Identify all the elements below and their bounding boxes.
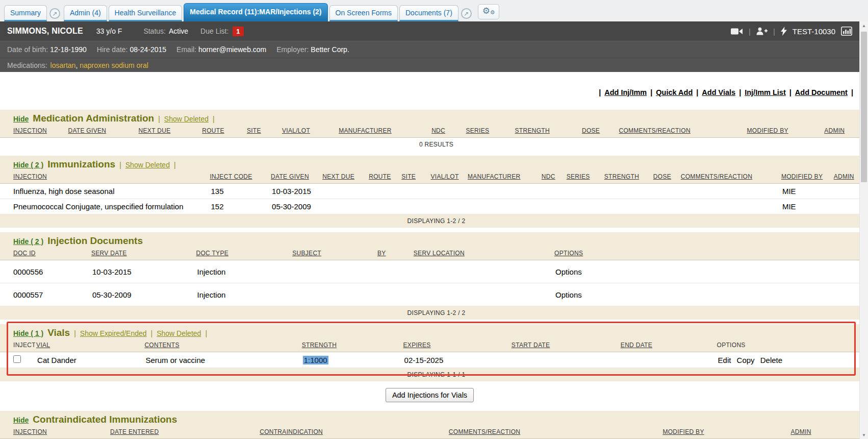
column-header-expires[interactable]: EXPIRES <box>402 340 510 352</box>
due-list-badge[interactable]: 1 <box>233 27 243 36</box>
column-header-contraindication[interactable]: CONTRAINDICATION <box>259 427 448 439</box>
column-header-admin[interactable]: ADMIN <box>833 172 859 184</box>
column-header-injection[interactable]: INJECTION <box>0 427 109 439</box>
column-header-injection[interactable]: INJECTION <box>0 172 209 184</box>
column-header-comments-reaction[interactable]: COMMENTS/REACTION <box>618 126 746 138</box>
column-header-dose[interactable]: DOSE <box>581 126 618 138</box>
column-header-vial-lot[interactable]: VIAL/LOT <box>281 126 338 138</box>
banner-toolbar: | | TEST-10030 <box>731 27 852 36</box>
scrollbar[interactable]: ▲ ▼ <box>859 21 868 439</box>
scrollbar-down-arrow[interactable]: ▼ <box>860 431 868 439</box>
column-header-doc-id[interactable]: DOC ID <box>0 248 90 260</box>
column-header-date-given[interactable]: DATE GIVEN <box>67 126 137 138</box>
column-header-strength[interactable]: STRENGTH <box>514 126 581 138</box>
options-link[interactable]: Options <box>555 290 582 299</box>
column-header-inject-code[interactable]: INJECT CODE <box>209 172 270 184</box>
hide-link[interactable]: Hide ( 1 ) <box>13 329 43 337</box>
inj-imm-list-link[interactable]: Inj/Imm List <box>745 88 786 96</box>
column-header-date-entered[interactable]: DATE ENTERED <box>109 427 259 439</box>
table-cell <box>400 199 429 214</box>
column-header-contents[interactable]: CONTENTS <box>143 340 300 352</box>
popout-icon[interactable]: ↗ <box>461 8 472 19</box>
show-expired-ended-link[interactable]: Show Expired/Ended <box>80 329 147 337</box>
column-header-comments-reaction[interactable]: COMMENTS/REACTION <box>680 172 780 184</box>
column-header-series[interactable]: SERIES <box>465 126 514 138</box>
scrollbar-up-arrow[interactable]: ▲ <box>860 21 868 30</box>
column-header-subject[interactable]: SUBJECT <box>291 248 376 260</box>
table-cell: Edit Copy Delete <box>716 352 859 368</box>
add-injections-for-vials-button[interactable]: Add Injections for Vials <box>386 388 474 402</box>
quick-add-link[interactable]: Quick Add <box>656 88 693 96</box>
show-deleted-link[interactable]: Show Deleted <box>125 161 170 169</box>
tab-documents-7[interactable]: Documents (7) <box>399 5 458 21</box>
table-cell <box>467 199 541 214</box>
tab-admin-4[interactable]: Admin (4) <box>64 5 107 21</box>
patient-banner-row-medications: Medications: losartan, naproxen sodium o… <box>0 58 859 72</box>
column-header-manufacturer[interactable]: MANUFACTURER <box>467 172 541 184</box>
column-header-next-due[interactable]: NEXT DUE <box>321 172 368 184</box>
column-header-end-date[interactable]: END DATE <box>620 340 716 352</box>
column-header-strength[interactable]: STRENGTH <box>603 172 652 184</box>
column-header-start-date[interactable]: START DATE <box>510 340 620 352</box>
tab-on-screen-forms[interactable]: On Screen Forms <box>329 5 398 21</box>
tab-summary[interactable]: Summary <box>4 5 47 21</box>
separator: | <box>213 115 215 123</box>
settings-tab[interactable]: ⚙⚙ <box>478 4 499 19</box>
column-header-options[interactable]: OPTIONS <box>553 248 859 260</box>
column-header-by[interactable]: BY <box>376 248 413 260</box>
column-header-comments-reaction[interactable]: COMMENTS/REACTION <box>448 427 662 439</box>
table-cell: Options <box>553 283 859 306</box>
table-cell <box>541 184 566 199</box>
column-header-ndc[interactable]: NDC <box>541 172 566 184</box>
bar-chart-icon[interactable] <box>841 27 852 36</box>
table-cell <box>620 352 716 368</box>
column-header-serv-date[interactable]: SERV DATE <box>90 248 195 260</box>
row-select-checkbox[interactable] <box>13 355 21 363</box>
hide-link[interactable]: Hide <box>13 416 29 424</box>
column-header-admin[interactable]: ADMIN <box>789 427 859 439</box>
add-document-link[interactable]: Add Document <box>795 88 848 96</box>
popout-icon[interactable]: ↗ <box>49 8 60 19</box>
lightning-bolt-icon[interactable] <box>781 27 787 36</box>
show-deleted-link[interactable]: Show Deleted <box>164 115 209 123</box>
column-header-modified-by[interactable]: MODIFIED BY <box>746 126 824 138</box>
column-header-site[interactable]: SITE <box>246 126 281 138</box>
column-header-ndc[interactable]: NDC <box>430 126 465 138</box>
column-header-route[interactable]: ROUTE <box>201 126 246 138</box>
column-header-date-given[interactable]: DATE GIVEN <box>270 172 321 184</box>
column-header-series[interactable]: SERIES <box>566 172 603 184</box>
column-header-doc-type[interactable]: DOC TYPE <box>195 248 291 260</box>
table-cell: 135 <box>209 184 270 199</box>
tab-medical-record-11-mar-injections-2[interactable]: Medical Record (11):MAR/Injections (2) <box>184 3 327 21</box>
hide-link[interactable]: Hide ( 2 ) <box>13 161 43 169</box>
medication-link-naproxen-sodium-oral[interactable]: naproxen sodium oral <box>80 61 148 69</box>
table-cell <box>510 352 620 368</box>
add-inj-imm-link[interactable]: Add Inj/Imm <box>604 88 647 96</box>
column-header-vial[interactable]: VIAL <box>35 340 143 352</box>
column-header-manufacturer[interactable]: MANUFACTURER <box>338 126 430 138</box>
tab-health-surveillance[interactable]: Health Surveillance <box>109 5 183 21</box>
hide-link[interactable]: Hide <box>13 115 29 123</box>
column-header-site[interactable]: SITE <box>400 172 429 184</box>
contraindicated-immunizations-table: INJECTIONDATE ENTEREDCONTRAINDICATIONCOM… <box>0 427 859 439</box>
column-header-serv-location[interactable]: SERV LOCATION <box>413 248 553 260</box>
column-header-route[interactable]: ROUTE <box>368 172 400 184</box>
add-vials-link[interactable]: Add Vials <box>702 88 735 96</box>
section-header: HideMedication Administration|Show Delet… <box>0 110 859 126</box>
video-camera-icon[interactable] <box>731 28 743 35</box>
column-header-injection[interactable]: INJECTION <box>0 126 67 138</box>
column-header-admin[interactable]: ADMIN <box>823 126 859 138</box>
edit-copy-delete-link[interactable]: Edit Copy Delete <box>718 356 783 364</box>
column-header-vial-lot[interactable]: VIAL/LOT <box>429 172 466 184</box>
column-header-next-due[interactable]: NEXT DUE <box>138 126 201 138</box>
column-header-modified-by[interactable]: MODIFIED BY <box>661 427 789 439</box>
options-link[interactable]: Options <box>555 267 582 276</box>
column-header-dose[interactable]: DOSE <box>652 172 680 184</box>
add-user-icon[interactable] <box>756 27 768 35</box>
hide-link[interactable]: Hide ( 2 ) <box>13 237 43 246</box>
medication-link-losartan[interactable]: losartan <box>50 61 76 69</box>
scrollbar-thumb[interactable] <box>861 32 867 182</box>
column-header-modified-by[interactable]: MODIFIED BY <box>780 172 833 184</box>
show-deleted-link[interactable]: Show Deleted <box>157 329 201 337</box>
column-header-strength[interactable]: STRENGTH <box>301 340 402 352</box>
